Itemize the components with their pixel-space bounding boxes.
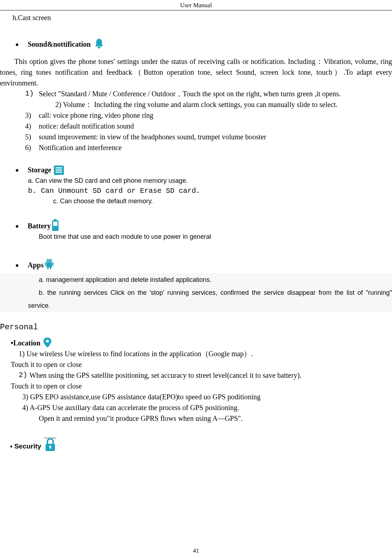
item-number: 1) (25, 88, 39, 99)
sound-paragraph: This option gives the phone tones' setti… (0, 56, 392, 88)
bullet-icon (16, 169, 18, 172)
item-number (25, 99, 39, 110)
svg-rect-9 (52, 262, 53, 266)
bullet-icon (16, 264, 18, 267)
location-item: 3) GPS EPO assistance,use GPS assistance… (0, 391, 392, 402)
location-pin-icon (43, 337, 52, 348)
location-title: •Location (11, 338, 41, 348)
location-item: 1) Use wireless Use wireless to find loc… (0, 348, 392, 359)
personal-heading: Personal (0, 321, 392, 333)
storage-item: c. Can choose the default memory. (0, 196, 392, 206)
location-item: 4) A-GPS Use auxiliary data can accelera… (0, 402, 392, 413)
item-text: Select "Standard / Mute / Conference / O… (39, 88, 392, 99)
intro-text: h.Cast screen (0, 12, 392, 23)
battery-title: Battery (28, 220, 51, 231)
location-touch: Touch it to open or close (0, 381, 392, 391)
location-open: Open it and remind you"it produce GPRS f… (0, 413, 392, 424)
storage-title: Storage (28, 164, 51, 175)
svg-rect-7 (46, 262, 52, 268)
item-text: 2) Volume： Including the ring volume and… (39, 99, 392, 110)
item-text: call: voice phone ring, video phone ring (39, 110, 392, 121)
storage-item: b. Can Unmount SD card or Erase SD card. (0, 186, 392, 196)
bullet-icon (16, 225, 18, 228)
svg-rect-20 (50, 447, 51, 449)
item-text: sound improvement: in view of the headph… (39, 131, 392, 142)
item-number: 2) (19, 370, 29, 381)
apps-item: b. the running services Click on the 'st… (0, 286, 392, 312)
lock-icon (44, 437, 56, 452)
item-text: Notification and interference (39, 142, 392, 153)
svg-rect-10 (47, 267, 48, 270)
bell-icon (93, 37, 105, 50)
section-sound: Sound&nottification (0, 37, 392, 50)
battery-text: Boot time that use and each module to us… (0, 232, 392, 242)
section-location: •Location (11, 337, 392, 348)
svg-rect-2 (56, 169, 62, 171)
location-item: 2) When using the GPS satellite position… (0, 370, 392, 381)
page-header: User Manual (0, 0, 392, 10)
svg-point-16 (46, 340, 49, 343)
item-number: 3) (25, 110, 39, 121)
android-icon (44, 258, 54, 270)
item-number: 5) (25, 131, 39, 142)
svg-point-14 (48, 260, 48, 261)
item-text: When using the GPS satellite positioning… (29, 370, 392, 381)
storage-icon (53, 165, 64, 175)
sound-title: Sound&nottification (28, 39, 91, 50)
apps-item: a. management application and delete ins… (0, 273, 392, 286)
section-apps: Apps (0, 258, 392, 270)
item-text: notice: default notification sound (39, 121, 392, 131)
section-security: • Security (10, 437, 392, 452)
svg-rect-1 (56, 167, 62, 168)
svg-rect-3 (56, 172, 62, 173)
section-battery: Battery (0, 219, 392, 231)
battery-icon (51, 219, 59, 231)
section-storage: Storage (0, 164, 392, 175)
svg-point-15 (50, 260, 51, 261)
apps-title: Apps (28, 260, 43, 270)
location-touch: Touch it to open or close (0, 359, 392, 370)
svg-rect-11 (50, 267, 51, 270)
security-title: • Security (10, 441, 41, 452)
page-number: 41 (0, 546, 392, 555)
storage-item: a. Can view the SD card and cell phone m… (0, 176, 392, 186)
item-number: 4) (25, 121, 39, 131)
svg-rect-8 (45, 262, 46, 266)
sound-list: 1) Select "Standard / Mute / Conference … (0, 88, 392, 153)
bullet-icon (16, 43, 18, 46)
svg-rect-4 (54, 219, 57, 220)
item-number: 6) (25, 142, 39, 153)
svg-rect-6 (53, 222, 57, 226)
